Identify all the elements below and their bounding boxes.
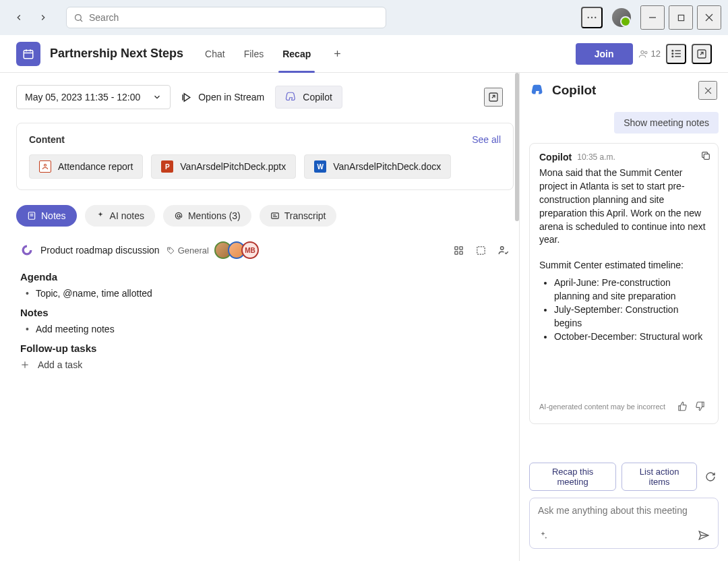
copy-button[interactable] [700, 150, 711, 161]
file-row: Attendance report P VanArsdelPitchDeck.p… [29, 154, 501, 179]
grid-icon [453, 245, 464, 256]
people-icon [638, 49, 649, 59]
date-picker-button[interactable]: May 05, 2023 11:35 - 12:00 [16, 85, 171, 109]
agenda-heading: Agenda [20, 271, 510, 283]
svg-point-0 [75, 14, 82, 20]
svg-rect-6 [678, 15, 684, 20]
title-bar [0, 0, 728, 35]
copilot-logo-icon [530, 83, 545, 98]
people-check-icon [497, 244, 510, 256]
chevron-down-icon [152, 92, 162, 102]
file-attendance-report[interactable]: Attendance report [29, 154, 143, 179]
prompt-input[interactable] [538, 505, 710, 516]
window-minimize-button[interactable] [640, 5, 665, 30]
copilot-body: Show meeting notes Copilot 10:35 a.m. Mo… [520, 108, 728, 463]
message-time: 10:35 a.m. [577, 152, 615, 162]
nav-back-button[interactable] [8, 7, 30, 28]
more-button[interactable] [581, 7, 603, 28]
ellipsis-icon [586, 11, 598, 24]
add-task-label: Add a task [38, 359, 82, 370]
popout-icon [488, 92, 499, 102]
svg-point-41 [501, 247, 504, 250]
popout-icon [696, 49, 707, 59]
user-avatar[interactable] [612, 8, 631, 27]
see-all-button[interactable]: See all [472, 134, 501, 145]
nav-forward-button[interactable] [32, 7, 54, 28]
send-button[interactable] [698, 529, 710, 541]
grid-button[interactable] [453, 244, 464, 256]
svg-rect-39 [460, 251, 462, 254]
sparkle-icon [96, 211, 105, 220]
notes-actions [453, 244, 510, 256]
header-actions: Join 12 [576, 43, 712, 65]
popout-header-button[interactable] [692, 44, 712, 64]
component-icon [475, 245, 487, 256]
agenda-bullet[interactable]: Topic, @name, time allotted [26, 288, 510, 299]
pill-mentions[interactable]: Mentions (3) [163, 205, 251, 227]
list-item: April-June: Pre-construction planning an… [554, 276, 708, 303]
search-input[interactable] [89, 12, 379, 23]
participant-number: 12 [651, 49, 661, 59]
recap-toolbar: May 05, 2023 11:35 - 12:00 Open in Strea… [16, 85, 514, 109]
sparkle-button[interactable] [538, 529, 548, 541]
maximize-icon [677, 14, 685, 22]
join-button[interactable]: Join [576, 43, 633, 65]
meeting-header: Partnership Next Steps Chat Files Recap … [0, 35, 728, 73]
date-label: May 05, 2023 11:35 - 12:00 [25, 92, 140, 102]
search-icon [73, 13, 84, 23]
list-item: October-December: Structural work [554, 330, 708, 344]
pill-transcript[interactable]: Transcript [260, 205, 337, 227]
close-panel-button[interactable] [698, 81, 717, 100]
popout-notes-button[interactable] [484, 88, 503, 107]
quick-action-items-button[interactable]: List action items [621, 463, 697, 491]
notes-title: Product roadmap discussion [40, 245, 160, 256]
add-task-button[interactable]: Add a task [20, 359, 510, 370]
show-meeting-notes-button[interactable]: Show meeting notes [614, 112, 719, 134]
thumbs-up-button[interactable] [673, 398, 691, 415]
notes-icon [27, 211, 36, 220]
copilot-title: Copilot [552, 83, 692, 98]
search-box[interactable] [66, 7, 386, 28]
pill-notes[interactable]: Notes [16, 205, 77, 227]
pill-label: AI notes [110, 210, 144, 221]
share-people-button[interactable] [497, 244, 510, 256]
notes-section: Product roadmap discussion General MB [16, 239, 514, 373]
window-maximize-button[interactable] [669, 5, 693, 30]
svg-line-1 [80, 20, 82, 22]
ai-disclaimer: AI-generated content may be incorrect [539, 403, 673, 411]
main-scrollbar[interactable] [515, 73, 519, 221]
avatar-3[interactable]: MB [241, 241, 259, 259]
task-list-button[interactable] [666, 44, 686, 64]
notes-bullet[interactable]: Add meeting notes [26, 324, 510, 334]
notes-tag[interactable]: General [166, 245, 209, 256]
list-item: July-September: Construction begins [554, 303, 708, 330]
component-button[interactable] [475, 244, 487, 256]
pill-ai-notes[interactable]: AI notes [85, 205, 155, 227]
stream-label: Open in Stream [198, 92, 264, 102]
window-close-button[interactable] [697, 5, 721, 30]
file-docx[interactable]: W VanArsdelPitchDeck.docx [304, 154, 451, 179]
send-icon [698, 529, 710, 541]
close-icon [705, 13, 713, 22]
message-header: Copilot 10:35 a.m. [539, 152, 708, 163]
file-pptx[interactable]: P VanArsdelPitchDeck.pptx [151, 154, 296, 179]
tab-chat[interactable]: Chat [202, 45, 228, 63]
prompt-box[interactable] [529, 498, 719, 549]
copilot-message: Copilot 10:35 a.m. Mona said that the Su… [529, 143, 719, 424]
quick-recap-button[interactable]: Recap this meeting [529, 463, 616, 491]
quick-prompts: Recap this meeting List action items [520, 463, 728, 498]
svg-rect-9 [24, 50, 33, 58]
participant-count[interactable]: 12 [638, 49, 661, 59]
message-p1: Mona said that the Summit Center project… [539, 167, 708, 247]
tab-recap[interactable]: Recap [280, 45, 313, 63]
refresh-prompts-button[interactable] [702, 469, 719, 485]
tab-files[interactable]: Files [241, 45, 267, 63]
open-in-stream-button[interactable]: Open in Stream [181, 92, 264, 103]
add-tab-button[interactable] [327, 44, 347, 64]
tag-label: General [178, 245, 209, 256]
svg-point-18 [671, 53, 673, 55]
svg-rect-40 [477, 246, 485, 254]
copilot-toolbar-button[interactable]: Copilot [275, 86, 342, 109]
thumbs-down-button[interactable] [691, 398, 708, 415]
refresh-icon [705, 471, 716, 482]
